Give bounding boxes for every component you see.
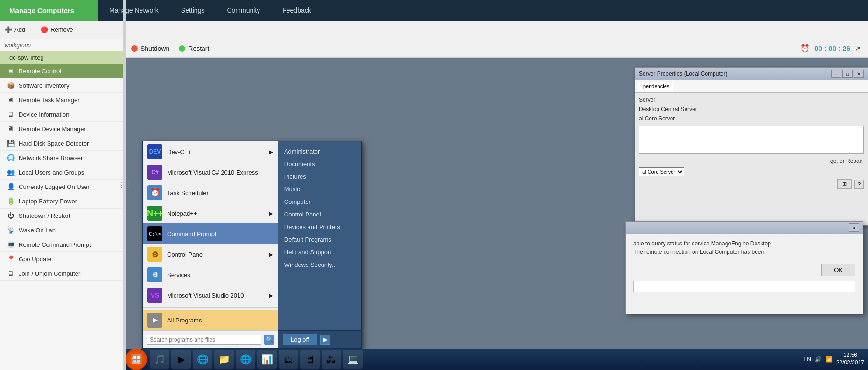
error-text-2: The remote connection on Local Computer … (633, 248, 855, 256)
sidebar-item-remote-control[interactable]: 🖥 Remote Control (0, 64, 123, 78)
dialog1-help-btn[interactable]: ? (854, 180, 864, 189)
sidebar-item-label: Remote Control (19, 68, 61, 75)
sidebar-item-network-share-browser[interactable]: 🌐 Network Share Browser (0, 151, 123, 165)
sidebar-computer[interactable]: dc-spw-integ (0, 51, 123, 64)
sidebar-item-remote-device-manager[interactable]: 🖥 Remote Device Manager (0, 122, 123, 136)
taskbar-item-chart[interactable]: 📊 (257, 350, 277, 369)
logoff-arrow-button[interactable]: ▶ (320, 335, 330, 345)
remove-label: Remove (50, 26, 73, 33)
nav-settings[interactable]: Settings (170, 0, 216, 21)
sm-right-computer[interactable]: Computer (278, 195, 361, 208)
sm-item-dev-cpp[interactable]: DEV Dev-C++ ▶ (143, 141, 278, 162)
sidebar-item-remote-task-manager[interactable]: 🖥 Remote Task Manager (0, 93, 123, 107)
taskbar-item-play[interactable]: ▶ (171, 350, 191, 369)
main-toolbar: ➕ Add 🔴 Remove (0, 21, 868, 39)
nav-manage-network[interactable]: Manage Network (98, 0, 170, 21)
dialog1-title-text: Server Properties (Local Computer) (639, 70, 727, 77)
nav-feedback[interactable]: Feedback (271, 0, 322, 21)
sm-item-services[interactable]: ⚙ Services (143, 265, 278, 285)
sidebar-item-wake-on-lan[interactable]: 📡 Wake On Lan (0, 223, 123, 237)
taskbar-item-explorer[interactable]: 📁 (214, 350, 234, 369)
sm-right-administrator[interactable]: Administrator (278, 145, 361, 158)
sidebar-item-join-unjoin-computer[interactable]: 🖥 Join / Unjoin Computer (0, 266, 123, 281)
dialog1-row1: Server (639, 97, 864, 103)
sidebar-item-remote-command-prompt[interactable]: 💻 Remote Command Prompt (0, 237, 123, 252)
taskbar-item-ie[interactable]: 🌐 (236, 350, 255, 369)
taskbar-item-chrome[interactable]: 🌐 (193, 350, 212, 369)
dependencies-tab[interactable]: pendencies (639, 82, 673, 91)
start-menu-left: DEV Dev-C++ ▶ C# Microsoft Visual C# 201… (143, 141, 278, 330)
sidebar-item-currently-logged-on-user[interactable]: 👤 Currently Logged On User (0, 180, 123, 194)
taskbar-item-files[interactable]: 🗂 (279, 350, 298, 369)
dialog1-content: Server Desktop Central Server al Core Se… (635, 93, 868, 193)
sm-right-default-programs[interactable]: Default Programs (278, 233, 361, 246)
sm-right-control-panel[interactable]: Control Panel (278, 208, 361, 221)
dev-cpp-label: Dev-C++ (167, 148, 191, 155)
notepadpp-arrow: ▶ (269, 211, 273, 216)
taskbar-item-cmd[interactable]: 💻 (343, 350, 363, 369)
system-clock[interactable]: 12:56 22/02/2017 (836, 352, 864, 366)
sm-right-help-and-support[interactable]: Help and Support (278, 246, 361, 258)
sm-item-vs2010[interactable]: VS Microsoft Visual Studio 2010 ▶ (143, 285, 278, 306)
ok-button[interactable]: OK (821, 264, 855, 276)
sm-item-control-panel[interactable]: ⚙ Control Panel ▶ (143, 244, 278, 265)
dialog1-textarea[interactable] (639, 126, 864, 154)
sidebar-item-label: Hard Disk Space Detector (19, 140, 89, 147)
dialog1-close[interactable]: ✕ (854, 70, 864, 78)
logged-on-user-icon: 👤 (7, 183, 15, 190)
sm-right-devices-and-printers[interactable]: Devices and Printers (278, 221, 361, 233)
restart-button[interactable]: Restart (179, 45, 209, 52)
services-icon: ⚙ (147, 267, 162, 282)
start-button[interactable]: 🪟 (126, 349, 147, 370)
taskbar-system-tray: EN 🔊 📶 12:56 22/02/2017 (803, 352, 868, 366)
taskbar-item-media[interactable]: 🎵 (150, 350, 169, 369)
sidebar-item-laptop-battery-power[interactable]: 🔋 Laptop Battery Power (0, 194, 123, 209)
sidebar-item-device-information[interactable]: 🖥 Device Information (0, 107, 123, 122)
clock-date: 22/02/2017 (836, 359, 864, 367)
sidebar-item-shutdown-restart[interactable]: ⏻ Shutdown / Restart (0, 209, 123, 223)
ctrl-panel-icon: ⚙ (147, 247, 162, 262)
ctrl-panel-arrow: ▶ (269, 252, 273, 257)
sm-item-notepadpp[interactable]: N++ Notepad++ ▶ (143, 203, 278, 223)
sm-item-task-scheduler[interactable]: ⏰ Task Scheduler (143, 182, 278, 203)
sm-right-music[interactable]: Music (278, 183, 361, 195)
error-dialog-title: ✕ (626, 222, 863, 234)
dialog1-list-btn[interactable]: ⊞ (837, 179, 852, 189)
sidebar-resize-handle[interactable]: ⋮⋮ (123, 0, 126, 370)
sm-item-vs-cs[interactable]: C# Microsoft Visual C# 2010 Express (143, 162, 278, 182)
sidebar-item-label: Currently Logged On User (19, 183, 90, 190)
sidebar-item-hard-disk-space-detector[interactable]: 💾 Hard Disk Space Detector (0, 136, 123, 151)
remote-cmd-icon: 💻 (7, 241, 15, 248)
sm-right-pictures[interactable]: Pictures (278, 170, 361, 183)
add-button[interactable]: ➕ Add (5, 26, 25, 33)
sidebar-item-gpo-update[interactable]: 📍 Gpo Update (0, 252, 123, 266)
search-input[interactable] (147, 335, 261, 345)
sidebar-item-software-inventory[interactable]: 📦 Software Inventory (0, 78, 123, 93)
error-input-field[interactable] (633, 281, 855, 292)
drag-dots-icon: ⋮⋮ (118, 181, 131, 189)
sidebar-item-label: Device Information (19, 111, 69, 118)
sm-right-windows-security[interactable]: Windows Security... (278, 258, 361, 271)
error-dialog[interactable]: ✕ able to query status for service Manag… (625, 221, 863, 314)
server-properties-dialog[interactable]: Server Properties (Local Computer) ─ □ ✕… (635, 67, 868, 226)
taskbar-item-network[interactable]: 🖧 (322, 350, 341, 369)
sidebar-item-label: Software Inventory (19, 82, 69, 89)
remove-button[interactable]: 🔴 Remove (41, 26, 73, 33)
sm-item-all-programs[interactable]: ▶ All Programs (143, 310, 278, 330)
dialog1-minimize[interactable]: ─ (831, 70, 841, 78)
search-button[interactable]: 🔍 (264, 335, 274, 345)
remove-icon: 🔴 (41, 26, 48, 33)
sidebar-item-local-users-and-groups[interactable]: 👥 Local Users and Groups (0, 165, 123, 180)
cmd-label: Command Prompt (167, 230, 216, 237)
logoff-button[interactable]: Log off (283, 334, 317, 345)
volume-icon[interactable]: 🔊 (815, 356, 822, 363)
error-dialog-close[interactable]: ✕ (849, 223, 859, 232)
dialog1-select[interactable]: al Core Server (639, 167, 684, 176)
shutdown-button[interactable]: Shutdown (131, 45, 169, 52)
dialog1-maximize[interactable]: □ (842, 70, 853, 78)
taskbar-item-monitor[interactable]: 🖥 (300, 350, 320, 369)
sm-right-documents[interactable]: Documents (278, 158, 361, 170)
sm-item-cmd[interactable]: C:\> Command Prompt (143, 223, 278, 244)
nav-community[interactable]: Community (216, 0, 271, 21)
network-tray-icon[interactable]: 📶 (826, 356, 833, 363)
